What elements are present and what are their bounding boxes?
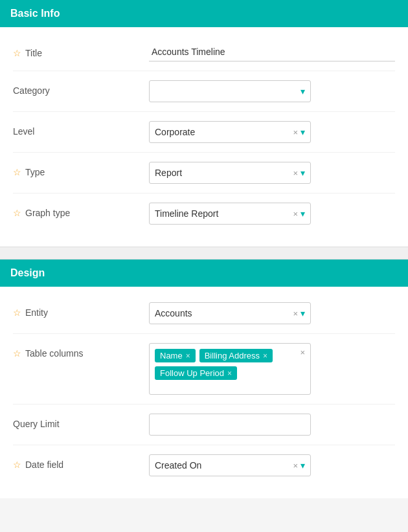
- date-field-chevron-icon: ▾: [300, 460, 305, 471]
- title-row: ☆ Title: [13, 34, 395, 71]
- level-chevron-icon: ▾: [300, 127, 305, 137]
- tag-name: Name ×: [155, 349, 196, 362]
- entity-select[interactable]: Accounts × ▾: [149, 302, 311, 324]
- tag-name-remove-icon[interactable]: ×: [186, 351, 190, 360]
- basic-info-title: Basic Info: [10, 8, 60, 19]
- date-field-star-icon: ☆: [13, 460, 21, 470]
- category-label: Category: [13, 80, 149, 96]
- graph-type-row: ☆ Graph type Timeline Report × ▾: [13, 194, 395, 234]
- title-star-icon: ☆: [13, 48, 21, 58]
- table-columns-label: ☆ Table columns: [13, 343, 149, 359]
- query-limit-control: [149, 414, 395, 436]
- date-field-value: Created On: [155, 460, 201, 471]
- tag-name-label: Name: [160, 351, 183, 360]
- entity-row: ☆ Entity Accounts × ▾: [13, 293, 395, 334]
- entity-label: ☆ Entity: [13, 302, 149, 318]
- type-row: ☆ Type Report × ▾: [13, 153, 395, 194]
- date-field-clear-icon[interactable]: ×: [293, 461, 298, 471]
- category-row: Category ▾: [13, 71, 395, 112]
- date-field-control: Created On × ▾: [149, 454, 395, 476]
- type-chevron-icon: ▾: [300, 168, 305, 178]
- tags-wrapper: Name × Billing Address × Follow Up Perio…: [155, 349, 305, 380]
- design-body: ☆ Entity Accounts × ▾ ☆ Table columns: [0, 287, 408, 498]
- type-select[interactable]: Report × ▾: [149, 162, 311, 184]
- tag-billing-address: Billing Address ×: [199, 349, 273, 362]
- table-columns-tag-container[interactable]: × Name × Billing Address × Follow Up Per…: [149, 343, 311, 395]
- graph-type-chevron-icon: ▾: [300, 208, 305, 219]
- type-label: ☆ Type: [13, 162, 149, 177]
- design-section: Design ☆ Entity Accounts × ▾ ☆: [0, 260, 408, 498]
- basic-info-header: Basic Info: [0, 0, 408, 27]
- entity-star-icon: ☆: [13, 307, 21, 318]
- graph-type-value: Timeline Report: [155, 208, 218, 219]
- tag-follow-up-period-label: Follow Up Period: [160, 368, 224, 378]
- tag-billing-address-remove-icon[interactable]: ×: [263, 351, 267, 360]
- type-control: Report × ▾: [149, 162, 395, 184]
- tag-billing-address-label: Billing Address: [205, 351, 260, 360]
- query-limit-label: Query Limit: [13, 414, 149, 429]
- level-control: Corporate × ▾: [149, 121, 395, 143]
- basic-info-body: ☆ Title Category ▾: [0, 27, 408, 247]
- graph-type-control: Timeline Report × ▾: [149, 203, 395, 225]
- table-columns-star-icon: ☆: [13, 348, 21, 359]
- date-field-row: ☆ Date field Created On × ▾: [13, 445, 395, 485]
- design-title: Design: [10, 267, 45, 278]
- type-clear-icon[interactable]: ×: [293, 168, 298, 178]
- basic-info-section: Basic Info ☆ Title Category ▾: [0, 0, 408, 247]
- type-star-icon: ☆: [13, 167, 21, 177]
- entity-control: Accounts × ▾: [149, 302, 395, 324]
- section-divider: [0, 247, 408, 260]
- table-columns-close-icon[interactable]: ×: [300, 348, 305, 357]
- table-columns-row: ☆ Table columns × Name × Billing Address…: [13, 334, 395, 405]
- title-control: [149, 43, 395, 61]
- graph-type-star-icon: ☆: [13, 208, 21, 218]
- level-select[interactable]: Corporate × ▾: [149, 121, 311, 143]
- level-row: Level Corporate × ▾: [13, 112, 395, 153]
- query-limit-input[interactable]: [149, 414, 311, 436]
- table-columns-control: × Name × Billing Address × Follow Up Per…: [149, 343, 395, 395]
- tag-follow-up-period: Follow Up Period ×: [155, 366, 237, 380]
- title-input[interactable]: [149, 43, 395, 61]
- graph-type-clear-icon[interactable]: ×: [293, 209, 298, 219]
- graph-type-select[interactable]: Timeline Report × ▾: [149, 203, 311, 225]
- date-field-select[interactable]: Created On × ▾: [149, 454, 311, 476]
- entity-value: Accounts: [155, 308, 192, 318]
- title-label: ☆ Title: [13, 43, 149, 58]
- design-header: Design: [0, 260, 408, 287]
- graph-type-label: ☆ Graph type: [13, 203, 149, 218]
- date-field-label: ☆ Date field: [13, 454, 149, 470]
- category-control: ▾: [149, 80, 395, 102]
- entity-chevron-icon: ▾: [300, 308, 305, 318]
- category-chevron-icon: ▾: [300, 86, 305, 96]
- level-label: Level: [13, 121, 149, 137]
- query-limit-row: Query Limit: [13, 405, 395, 445]
- category-select[interactable]: ▾: [149, 80, 311, 102]
- level-value: Corporate: [155, 127, 195, 137]
- tag-follow-up-period-remove-icon[interactable]: ×: [227, 369, 232, 378]
- level-clear-icon[interactable]: ×: [293, 127, 298, 137]
- type-value: Report: [155, 168, 182, 178]
- entity-clear-icon[interactable]: ×: [293, 309, 298, 318]
